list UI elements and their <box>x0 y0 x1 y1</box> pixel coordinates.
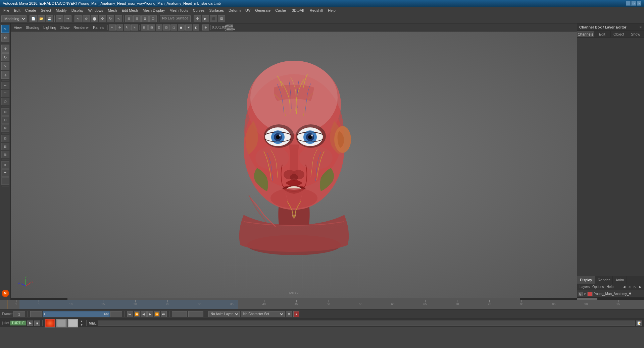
menu-windows[interactable]: Windows <box>86 8 105 13</box>
snap-curve-btn[interactable]: ⊟ <box>133 15 141 22</box>
brush-btn[interactable]: ⬤ <box>91 15 98 22</box>
vp-select-btn[interactable]: ↖ <box>109 24 116 31</box>
layer-nav-fwd2[interactable]: ▶ <box>638 285 643 289</box>
vp-lighting-menu[interactable]: Lighting <box>42 25 58 30</box>
play-fwd-btn[interactable]: ▶ <box>147 311 153 317</box>
menu-mesh[interactable]: Mesh <box>106 8 119 13</box>
timeline-range-bar[interactable]: 1 120 <box>43 311 110 317</box>
vp-hud-btn[interactable]: ⊕ <box>202 24 209 31</box>
auto-key-btn[interactable]: ● <box>293 311 299 317</box>
display-group1[interactable]: ⊡ <box>1 135 9 142</box>
move-tool-btn[interactable]: ✛ <box>1 45 9 53</box>
tab-render[interactable]: Render <box>595 276 613 284</box>
vp-move-btn[interactable]: ✛ <box>116 24 123 31</box>
snap-point-btn[interactable]: ⊠ <box>141 15 149 22</box>
rotate-btn[interactable]: ↻ <box>107 15 114 22</box>
start-frame-input[interactable]: 1 <box>30 311 42 317</box>
undo-btn[interactable]: ↩ <box>56 15 63 22</box>
lasso-btn[interactable]: ⊙ <box>83 15 90 22</box>
menu-uv[interactable]: UV <box>243 8 252 13</box>
menu-edit[interactable]: Edit <box>12 8 22 13</box>
menu-select[interactable]: Select <box>39 8 53 13</box>
timeline-playhead[interactable] <box>7 300 7 309</box>
thumb-up-btn[interactable]: ▲ <box>80 320 83 323</box>
character-set-dropdown[interactable]: No Character Set <box>241 311 285 317</box>
display-group2[interactable]: ▦ <box>1 143 9 150</box>
layer-nav-back2[interactable]: ◁ <box>627 285 632 289</box>
vp-shading-menu[interactable]: Shading <box>24 25 41 30</box>
vp-renderer-menu[interactable]: Renderer <box>72 25 91 30</box>
layer-p-btn[interactable]: P <box>584 292 586 296</box>
rp-close-btn[interactable]: ✕ <box>639 25 642 29</box>
vp-gamma-btn[interactable]: sRGB gamma <box>227 24 233 31</box>
menu-redshift[interactable]: Redshift <box>308 8 325 13</box>
menu-generate[interactable]: Generate <box>253 8 273 13</box>
restore-button[interactable]: □ <box>631 1 636 6</box>
snap-surface-btn[interactable]: ⊡ <box>149 15 157 22</box>
menu-edit-mesh[interactable]: Edit Mesh <box>119 8 140 13</box>
close-button[interactable]: ✕ <box>637 1 641 6</box>
vp-wire-btn[interactable]: ◻ <box>170 24 177 31</box>
layers-tab-help[interactable]: Help <box>605 285 614 289</box>
vp-rotate-btn[interactable]: ↻ <box>124 24 131 31</box>
save-file-btn[interactable]: 💾 <box>46 15 53 22</box>
thumb-2[interactable] <box>56 319 67 328</box>
turtle-play-btn[interactable]: ▶ <box>27 321 33 326</box>
select-tool-btn[interactable]: ↖ <box>1 25 9 33</box>
vp-cam-move-btn[interactable]: ⊞ <box>141 24 148 31</box>
turtle-btn[interactable]: TURTLE <box>10 321 27 326</box>
redo-btn[interactable]: ↪ <box>64 15 71 22</box>
vp-light-btn[interactable]: ☀ <box>185 24 192 31</box>
layers-tab-layers[interactable]: Layers <box>579 285 591 289</box>
render-group3[interactable]: ⊠ <box>1 124 9 132</box>
misc-group2[interactable]: ≣ <box>1 169 9 177</box>
go-to-end-btn[interactable]: ⏭ <box>161 311 167 317</box>
turtle-stop-btn[interactable]: ■ <box>34 321 40 326</box>
vp-cam-pan-btn[interactable]: ⊡ <box>163 24 170 31</box>
layer-nav-fwd[interactable]: ▷ <box>633 285 637 289</box>
thumb-1[interactable] <box>45 319 55 328</box>
layer-color-swatch[interactable] <box>587 292 593 296</box>
new-file-btn[interactable]: 📄 <box>30 15 37 22</box>
render-group1[interactable]: ⊞ <box>1 108 9 116</box>
paint-select-btn[interactable]: ⊙ <box>1 34 9 42</box>
ipr-btn[interactable]: ⬛ <box>210 15 217 22</box>
vp-cam-orbit-btn[interactable]: ⊟ <box>148 24 155 31</box>
misc-group1[interactable]: ≡ <box>1 161 9 169</box>
end-frame-input[interactable]: 120 <box>110 311 122 317</box>
menu-deform[interactable]: Deform <box>227 8 243 13</box>
mel-script-editor-btn[interactable]: 📝 <box>636 321 642 326</box>
rotate-tool-btn[interactable]: ↻ <box>1 53 9 61</box>
misc-group3[interactable]: ☰ <box>1 177 9 185</box>
tab-object[interactable]: Object <box>611 31 628 37</box>
layer-visibility-check[interactable]: V <box>579 292 583 296</box>
mel-input[interactable] <box>98 321 635 326</box>
render-group2[interactable]: ⊟ <box>1 116 9 124</box>
timeline-ruler[interactable]: 1 5 10 15 20 25 30 35 40 45 50 55 60 65 … <box>0 300 644 309</box>
vp-shadow-btn[interactable]: ◐ <box>193 24 199 31</box>
vp-scale-btn[interactable]: ⤡ <box>131 24 138 31</box>
universal-manip-btn[interactable]: ⊹ <box>1 71 9 79</box>
menu-modify[interactable]: Modify <box>54 8 68 13</box>
tab-show[interactable]: Show <box>627 31 644 37</box>
snap-grid-btn[interactable]: ⊞ <box>125 15 133 22</box>
viewport-3d[interactable]: X Y Z persp <box>11 32 577 298</box>
tab-channels[interactable]: Channels <box>577 31 594 37</box>
minimize-button[interactable]: — <box>626 1 631 6</box>
thumb-down-btn[interactable]: ▼ <box>80 323 83 327</box>
char-set-settings-btn[interactable]: ⚙ <box>286 311 292 317</box>
play-back-btn[interactable]: ◀ <box>141 311 147 317</box>
menu-mesh-display[interactable]: Mesh Display <box>141 8 167 13</box>
menu-create[interactable]: Create <box>23 8 38 13</box>
max-frame-input[interactable]: 200 <box>188 311 203 317</box>
menu-curves[interactable]: Curves <box>191 8 207 13</box>
polygon-group[interactable]: ⬡ <box>1 98 9 105</box>
render-settings-btn[interactable]: ⚙ <box>194 15 201 22</box>
vp-smooth-btn[interactable]: ◼ <box>178 24 185 31</box>
menu-mesh-tools[interactable]: Mesh Tools <box>167 8 190 13</box>
current-frame-input[interactable]: 1 <box>13 311 25 317</box>
menu-display[interactable]: Display <box>69 8 86 13</box>
tab-edit[interactable]: Edit <box>594 31 611 37</box>
move-btn[interactable]: ✛ <box>99 15 106 22</box>
layers-tab-options[interactable]: Options <box>591 285 605 289</box>
